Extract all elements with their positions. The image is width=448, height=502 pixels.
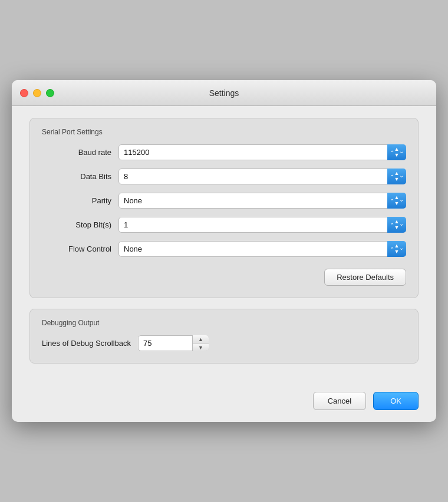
baud-rate-wrapper: 115200 57600 38400 19200 9600 ▲ ▼ bbox=[118, 144, 406, 160]
debug-scrollback-label: Lines of Debug Scrollback bbox=[42, 339, 138, 348]
data-bits-wrapper: 8 7 6 5 ▲ ▼ bbox=[118, 169, 406, 184]
ok-button[interactable]: OK bbox=[373, 392, 419, 410]
scrollback-up-button[interactable]: ▲ bbox=[193, 335, 209, 344]
scrollback-stepper: ▲ ▼ bbox=[138, 335, 209, 351]
baud-rate-row: Baud rate 115200 57600 38400 19200 9600 … bbox=[42, 144, 406, 160]
data-bits-select[interactable]: 8 7 6 5 bbox=[118, 169, 406, 184]
flow-control-select[interactable]: None RTS/CTS XON/XOFF bbox=[118, 241, 406, 257]
cancel-button[interactable]: Cancel bbox=[313, 392, 366, 410]
restore-defaults-button[interactable]: Restore Defaults bbox=[324, 269, 406, 286]
window-controls bbox=[20, 89, 54, 97]
main-content: Serial Port Settings Baud rate 115200 57… bbox=[12, 106, 436, 386]
flow-control-wrapper: None RTS/CTS XON/XOFF ▲ ▼ bbox=[118, 241, 406, 257]
serial-port-section: Serial Port Settings Baud rate 115200 57… bbox=[29, 118, 419, 298]
minimize-button[interactable] bbox=[33, 89, 41, 97]
footer-buttons: Cancel OK bbox=[12, 386, 436, 422]
baud-rate-select[interactable]: 115200 57600 38400 19200 9600 bbox=[118, 144, 406, 160]
debug-section-title: Debugging Output bbox=[42, 319, 406, 327]
settings-window: Settings Serial Port Settings Baud rate … bbox=[12, 80, 436, 422]
serial-port-section-title: Serial Port Settings bbox=[42, 128, 406, 136]
maximize-button[interactable] bbox=[46, 89, 54, 97]
close-button[interactable] bbox=[20, 89, 28, 97]
parity-select[interactable]: None Odd Even Mark Space bbox=[118, 193, 406, 209]
stop-bits-wrapper: 1 1.5 2 ▲ ▼ bbox=[118, 217, 406, 233]
baud-rate-label: Baud rate bbox=[42, 148, 118, 157]
parity-row: Parity None Odd Even Mark Space ▲ ▼ bbox=[42, 193, 406, 209]
data-bits-label: Data Bits bbox=[42, 172, 118, 181]
flow-control-label: Flow Control bbox=[42, 245, 118, 253]
data-bits-row: Data Bits 8 7 6 5 ▲ ▼ bbox=[42, 169, 406, 184]
title-bar: Settings bbox=[12, 80, 436, 106]
scrollback-down-button[interactable]: ▼ bbox=[193, 344, 209, 351]
stop-bits-row: Stop Bit(s) 1 1.5 2 ▲ ▼ bbox=[42, 217, 406, 233]
stop-bits-label: Stop Bit(s) bbox=[42, 220, 118, 229]
window-title: Settings bbox=[209, 88, 239, 98]
stop-bits-select[interactable]: 1 1.5 2 bbox=[118, 217, 406, 233]
parity-label: Parity bbox=[42, 196, 118, 205]
debug-scrollback-row: Lines of Debug Scrollback ▲ ▼ bbox=[42, 335, 406, 351]
flow-control-row: Flow Control None RTS/CTS XON/XOFF ▲ ▼ bbox=[42, 241, 406, 257]
restore-row: Restore Defaults bbox=[42, 269, 406, 286]
scrollback-arrows: ▲ ▼ bbox=[192, 335, 209, 351]
debug-section: Debugging Output Lines of Debug Scrollba… bbox=[29, 309, 419, 364]
parity-wrapper: None Odd Even Mark Space ▲ ▼ bbox=[118, 193, 406, 209]
